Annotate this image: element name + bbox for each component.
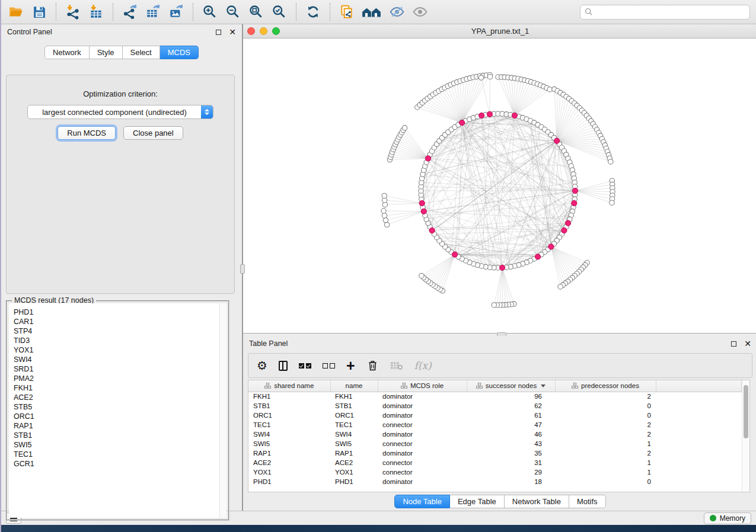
table-cell[interactable]: 0 — [555, 411, 656, 420]
list-item[interactable]: TID3 — [14, 336, 219, 345]
zoom-out-button[interactable] — [224, 3, 242, 21]
column-header[interactable]: MCDS role — [378, 380, 467, 392]
table-row[interactable]: TEC1TEC1connector472 — [248, 420, 742, 430]
table-cell[interactable]: dominator — [378, 411, 467, 420]
tab-edge-table[interactable]: Edge Table — [450, 495, 505, 508]
table-cell[interactable]: 43 — [467, 439, 555, 448]
table-cell[interactable]: connector — [378, 420, 467, 430]
search-input[interactable] — [596, 8, 745, 16]
table-cell[interactable]: dominator — [378, 392, 467, 401]
table-cell[interactable]: 2 — [555, 448, 656, 458]
close-panel-icon[interactable]: ✕ — [229, 28, 236, 36]
list-item[interactable]: STB1 — [14, 431, 219, 440]
table-cell[interactable]: RAP1 — [248, 448, 330, 458]
search-field[interactable] — [580, 5, 750, 20]
import-table-button[interactable] — [87, 3, 105, 21]
table-cell[interactable]: ORC1 — [248, 411, 330, 420]
table-cell[interactable]: 0 — [555, 477, 656, 486]
table-cell[interactable]: STB1 — [248, 401, 330, 411]
mcds-list-scrollbar[interactable] — [219, 303, 227, 518]
table-row[interactable]: FKH1FKH1dominator962 — [248, 392, 742, 401]
table-cell[interactable]: SWI5 — [330, 439, 378, 448]
run-mcds-button[interactable]: Run MCDS — [58, 126, 116, 140]
table-cell[interactable]: dominator — [378, 401, 467, 411]
column-header[interactable]: predecessor nodes — [555, 380, 656, 392]
open-file-button[interactable] — [7, 3, 25, 21]
network-titlebar[interactable]: YPA_prune.txt_1 — [243, 24, 756, 39]
table-cell[interactable]: 1 — [555, 467, 656, 477]
zoom-selected-button[interactable] — [270, 3, 288, 21]
table-cell[interactable]: RAP1 — [330, 448, 378, 458]
zoom-fit-button[interactable] — [247, 3, 265, 21]
table-cell[interactable]: dominator — [378, 477, 467, 486]
network-canvas[interactable] — [243, 39, 756, 333]
column-header[interactable]: name — [330, 380, 378, 392]
table-cell[interactable]: 31 — [467, 458, 555, 467]
tab-select[interactable]: Select — [123, 46, 160, 59]
node-table[interactable]: shared namenameMCDS rolesuccessor nodesp… — [248, 380, 742, 486]
import-network-button[interactable] — [64, 3, 82, 21]
table-cell[interactable]: 18 — [467, 477, 555, 486]
table-row[interactable]: SWI5SWI5connector431 — [248, 439, 742, 448]
table-cell[interactable]: 2 — [555, 430, 656, 439]
table-cell[interactable]: PHD1 — [248, 477, 330, 486]
float-panel-icon[interactable] — [216, 30, 221, 35]
table-cell[interactable]: 62 — [467, 401, 555, 411]
close-panel-button[interactable]: Close panel — [123, 126, 183, 140]
table-cell[interactable]: connector — [378, 458, 467, 467]
table-cell[interactable]: 2 — [555, 392, 656, 401]
list-item[interactable]: FKH1 — [14, 383, 219, 393]
list-item[interactable]: SWI5 — [14, 440, 219, 450]
table-cell[interactable]: SWI4 — [330, 430, 378, 439]
list-item[interactable]: STP4 — [14, 326, 219, 336]
export-image-button[interactable] — [167, 3, 185, 21]
table-cell[interactable]: 46 — [467, 430, 555, 439]
tab-network-table[interactable]: Network Table — [505, 495, 569, 508]
list-item[interactable]: PHD1 — [14, 307, 219, 317]
criterion-dropdown[interactable]: largest connected component (undirected) — [27, 105, 213, 119]
zoom-in-button[interactable] — [201, 3, 219, 21]
list-item[interactable]: PMA2 — [14, 374, 219, 383]
list-item[interactable]: GCR1 — [14, 459, 219, 469]
scrollbar-thumb[interactable] — [744, 385, 748, 438]
list-item[interactable]: ACE2 — [14, 393, 219, 402]
tab-mcds[interactable]: MCDS — [160, 46, 199, 59]
list-item[interactable]: CAR1 — [14, 317, 219, 326]
table-cell[interactable]: 29 — [467, 467, 555, 477]
clone-network-button[interactable] — [338, 3, 356, 21]
table-row[interactable]: PHD1PHD1dominator180 — [248, 477, 742, 486]
divider-grip[interactable] — [240, 264, 245, 274]
table-cell[interactable]: 2 — [555, 420, 656, 430]
table-cell[interactable]: dominator — [378, 448, 467, 458]
tab-motifs[interactable]: Motifs — [569, 495, 606, 508]
table-row[interactable]: SWI4SWI4dominator462 — [248, 430, 742, 439]
table-row[interactable]: STB1STB1dominator620 — [248, 401, 742, 411]
list-item[interactable]: RAP1 — [14, 421, 219, 431]
table-cell[interactable]: 61 — [467, 411, 555, 420]
list-item[interactable]: YOX1 — [14, 345, 219, 355]
table-settings-button[interactable]: ⚙ — [257, 360, 267, 371]
table-cell[interactable]: TEC1 — [330, 420, 378, 430]
table-scrollbar[interactable] — [742, 380, 749, 492]
function-builder-button-disabled[interactable]: f(x) — [414, 360, 432, 371]
column-header[interactable]: successor nodes — [467, 380, 555, 392]
table-row[interactable]: ACE2ACE2connector311 — [248, 458, 742, 467]
table-header-row[interactable]: shared namenameMCDS rolesuccessor nodesp… — [248, 380, 742, 392]
first-neighbors-button[interactable] — [361, 3, 382, 21]
memory-button[interactable]: Memory — [704, 512, 751, 524]
list-item[interactable]: TEC1 — [14, 450, 219, 459]
table-cell[interactable]: YOX1 — [248, 467, 330, 477]
table-cell[interactable]: FKH1 — [330, 392, 378, 401]
list-item[interactable]: SRD1 — [14, 364, 219, 374]
table-cell[interactable]: 1 — [555, 439, 656, 448]
export-table-button[interactable] — [144, 3, 162, 21]
table-cell[interactable]: ORC1 — [330, 411, 378, 420]
float-panel-icon[interactable] — [731, 341, 736, 347]
table-cell[interactable]: STB1 — [330, 401, 378, 411]
table-cell[interactable]: FKH1 — [248, 392, 330, 401]
tab-network[interactable]: Network — [44, 46, 90, 59]
table-row[interactable]: YOX1YOX1connector291 — [248, 467, 742, 477]
table-cell[interactable]: SWI4 — [248, 430, 330, 439]
table-cell[interactable]: 0 — [555, 401, 656, 411]
table-cell[interactable]: ACE2 — [248, 458, 330, 467]
